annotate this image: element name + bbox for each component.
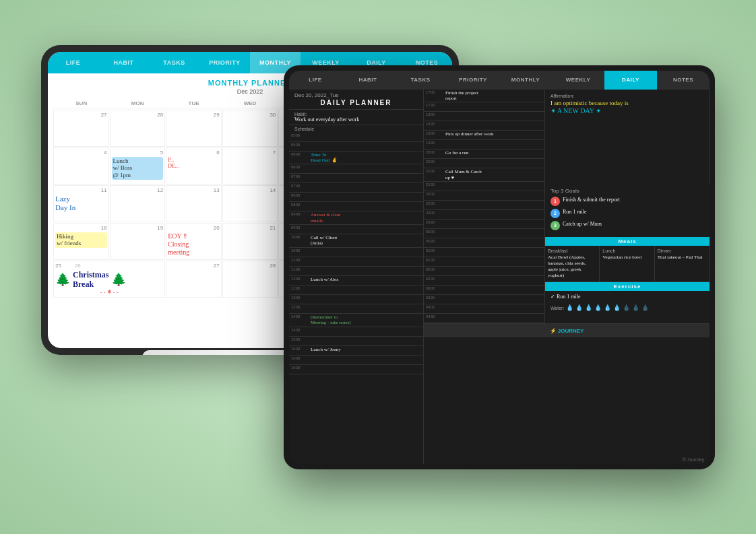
rs-time-label: 0030 [424, 238, 444, 244]
rs-time-label: 1830 [424, 121, 444, 127]
time-label: 0530 [289, 142, 309, 147]
time-event-emails: Answer & clearemails [309, 211, 423, 224]
time-event [309, 267, 423, 268]
goal-num-3: 3 [550, 221, 560, 230]
rs-event [444, 314, 544, 315]
cal-cell[interactable]: 12 [110, 185, 166, 222]
rs-time-label: 0230 [424, 276, 444, 281]
nav-life[interactable]: LIFE [48, 52, 98, 73]
rs-time-row: 2200 [424, 191, 544, 201]
cal-cell[interactable]: 11 LazyDay In [53, 185, 109, 222]
dark-nav-notes[interactable]: NOTES [657, 71, 710, 90]
time-label: 1230 [289, 286, 309, 291]
goal-num-1: 1 [550, 197, 560, 206]
time-row: 1100 [289, 257, 423, 267]
rs-event-pickup: Pick up dinner after work [444, 131, 544, 137]
rs-event-report: Finish the projectreport [444, 90, 544, 102]
rs-time-row: 1900 Pick up dinner after work [424, 131, 544, 140]
rs-event [444, 267, 544, 268]
dark-nav-weekly[interactable]: WEEKLY [552, 71, 604, 90]
rs-event [444, 140, 544, 141]
cal-cell[interactable]: 20 EOY ‼Closingmeeting [166, 223, 222, 260]
time-row: 1600 [289, 356, 423, 365]
dark-nav-daily[interactable]: DAILY [604, 71, 657, 90]
rs-event [444, 257, 544, 259]
cal-cell[interactable]: 18 Hikingw/ friends [53, 223, 109, 260]
cal-cell[interactable]: 21 [222, 223, 278, 260]
time-label: 0700 [289, 174, 309, 179]
rs-time-label: 2130 [424, 182, 444, 187]
rs-time-row: 0330 [424, 295, 544, 304]
rs-event [444, 295, 544, 296]
rs-time-row: 0400 [424, 304, 544, 314]
cal-cell[interactable]: 7 [222, 147, 278, 185]
rs-time-label: 2100 [424, 168, 444, 174]
rs-time-label: 2330 [424, 220, 444, 225]
rs-time-row: 2130 [424, 182, 544, 191]
rs-time-row: 2000 Go for a run [424, 149, 544, 159]
goal-num-2: 2 [550, 209, 560, 218]
time-row: 1030 [289, 248, 423, 257]
dark-nav-monthly[interactable]: MONTHLY [499, 71, 552, 90]
nav-priority[interactable]: PRIORITY [199, 52, 250, 73]
cal-cell-christmas[interactable]: 2526 🌲 ChristmasBreak 🌲 - - ❄ - - [53, 261, 165, 298]
time-grid-left: 0500 0530 0600 Time ToHead Out! ✌ 06 [289, 133, 423, 374]
cal-cell[interactable]: 27 [53, 110, 109, 147]
time-label: 1330 [289, 304, 309, 310]
rs-time-label: 0100 [424, 248, 444, 253]
nav-tasks[interactable]: TASKS [149, 52, 199, 73]
dark-nav-tasks[interactable]: TASKS [394, 71, 447, 90]
time-row: 0930 [289, 225, 423, 234]
nav-habit[interactable]: HABIT [98, 52, 149, 73]
time-event [309, 286, 423, 287]
day-wed: WED [222, 99, 278, 108]
water-drop-9: 💧 [641, 304, 649, 311]
cal-cell[interactable]: 19 [110, 223, 166, 260]
time-label: 0630 [289, 164, 309, 170]
rs-time-row: 0130 [424, 257, 544, 267]
time-row: 1630 [289, 365, 423, 374]
dinner-content: Thai takeout – Pad Thai [658, 255, 706, 261]
time-row: 1500 [289, 337, 423, 346]
rs-event [444, 238, 544, 240]
time-row: 1430 [289, 327, 423, 337]
time-event [309, 248, 423, 249]
time-label: 0800 [289, 193, 309, 198]
rs-event [444, 102, 544, 104]
daily-date: Dec 20, 2022_Tue [294, 92, 418, 98]
time-row: 0830 [289, 202, 423, 211]
cal-cell[interactable]: 28 [222, 261, 278, 298]
rs-time-row: 2300 [424, 210, 544, 220]
time-label: 1200 [289, 276, 309, 281]
cal-cell[interactable]: 29 [166, 110, 222, 147]
water-drop-3: 💧 [585, 304, 592, 311]
cal-cell[interactable]: 30 [222, 110, 278, 147]
rs-time-row: 0030 [424, 238, 544, 248]
cal-cell[interactable]: 13 [166, 185, 222, 222]
affirmation-text-line2: ✦ A NEW DAY ✦ [550, 107, 703, 114]
time-row: 1200 Lunch w/ Alex [289, 276, 423, 286]
rs-event [444, 286, 544, 287]
cal-cell[interactable]: 28 [110, 110, 166, 147]
time-event [309, 327, 423, 329]
time-label: 1530 [289, 346, 309, 352]
dark-nav-priority[interactable]: PRIORITY [447, 71, 499, 90]
dark-nav-habit[interactable]: HABIT [342, 71, 394, 90]
rs-time-label: 0000 [424, 229, 444, 234]
cal-cell[interactable]: 6P...DE... [166, 147, 222, 185]
affirmation-text-line1: I am optimistic because today is [550, 100, 703, 108]
time-event-head-out: Time ToHead Out! ✌ [309, 152, 423, 164]
goal-item-3: 3 Catch up w/ Mum [550, 221, 688, 230]
cal-cell[interactable]: 27 [166, 261, 222, 298]
water-row: Water: 💧 💧 💧 💧 💧 💧 💧 💧 [545, 302, 710, 313]
rs-time-label: 0200 [424, 267, 444, 272]
water-drop-8: 💧 [632, 304, 639, 311]
cal-cell[interactable]: 14 [222, 185, 278, 222]
dark-nav-life[interactable]: LIFE [289, 71, 342, 90]
time-row: 0630 [289, 164, 423, 174]
time-row: 1400 (Remember toMeeting - take notes) [289, 314, 423, 327]
time-event-lunch-alex: Lunch w/ Alex [309, 276, 423, 283]
cal-cell[interactable]: 4 [53, 147, 109, 185]
rs-event [444, 201, 544, 202]
cal-cell[interactable]: 5 Lunchw/ Boss@ 1pm [110, 147, 166, 185]
